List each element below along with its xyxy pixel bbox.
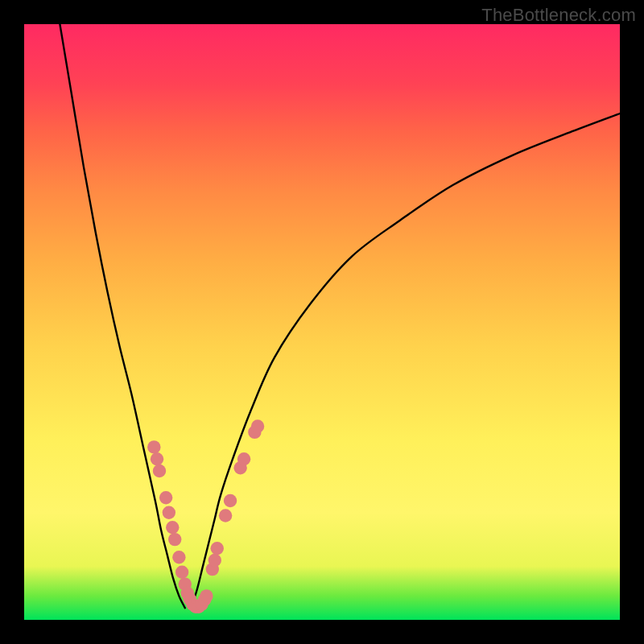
highlight-dot	[219, 509, 232, 522]
left-branch-path	[60, 24, 184, 608]
highlight-dot	[147, 440, 160, 453]
highlight-dot	[151, 452, 163, 465]
chart-frame: TheBottleneck.com	[0, 0, 644, 644]
highlight-dot	[224, 494, 237, 507]
highlight-dot	[159, 491, 172, 504]
highlight-dot	[163, 506, 175, 519]
highlight-dot	[172, 551, 185, 564]
highlight-dot	[237, 452, 250, 465]
watermark-text: TheBottleneck.com	[481, 5, 636, 26]
highlight-dot	[166, 521, 179, 534]
highlight-dot	[211, 542, 224, 555]
highlight-dot	[200, 589, 213, 602]
highlight-dot	[175, 566, 188, 579]
highlight-dot	[168, 533, 181, 546]
highlight-dot	[208, 554, 221, 567]
highlight-dots	[147, 419, 264, 613]
curve-layer	[24, 24, 620, 620]
right-branch-path	[191, 114, 620, 608]
highlight-dot	[153, 464, 166, 477]
highlight-dot	[251, 419, 264, 432]
plot-area	[24, 24, 620, 620]
